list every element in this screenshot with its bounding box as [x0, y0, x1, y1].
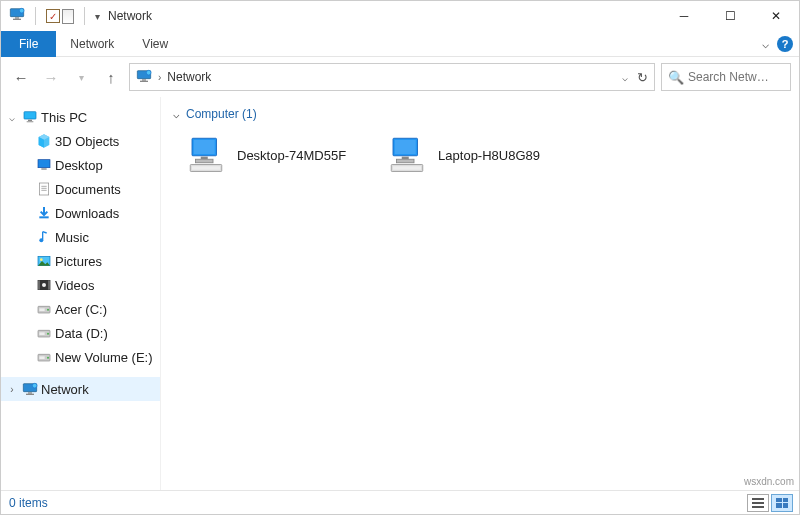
sidebar-item-desktop[interactable]: Desktop	[1, 153, 160, 177]
close-button[interactable]: ✕	[753, 1, 799, 31]
watermark: wsxdn.com	[744, 476, 794, 487]
address-bar[interactable]: › Network ⌵ ↻	[129, 63, 655, 91]
drive-icon	[35, 349, 53, 365]
minimize-button[interactable]: ─	[661, 1, 707, 31]
help-icon[interactable]: ?	[777, 36, 793, 52]
cube-icon	[35, 133, 53, 149]
address-dropdown-icon[interactable]: ⌵	[622, 72, 628, 83]
content-pane: ⌵ Computer (1) Desktop-74MD55F Laptop-H8…	[161, 97, 799, 490]
sidebar-item-new-volume-e-[interactable]: New Volume (E:)	[1, 345, 160, 369]
group-header-computer[interactable]: ⌵ Computer (1)	[173, 107, 787, 121]
download-icon	[35, 205, 53, 221]
sidebar-item-pictures[interactable]: Pictures	[1, 249, 160, 273]
sidebar-item-videos[interactable]: Videos	[1, 273, 160, 297]
qa-newfolder-icon[interactable]	[62, 9, 74, 24]
chevron-right-icon[interactable]: ›	[5, 384, 19, 395]
document-icon	[35, 181, 53, 197]
video-icon	[35, 277, 53, 293]
qa-properties-icon[interactable]: ✓	[46, 9, 60, 23]
computer-icon	[386, 133, 428, 178]
sidebar-item-3d-objects[interactable]: 3D Objects	[1, 129, 160, 153]
computer-icon	[185, 133, 227, 178]
computer-label: Laptop-H8U8G89	[438, 148, 540, 163]
qa-dropdown-icon[interactable]: ▾	[95, 11, 100, 22]
sidebar-item-documents[interactable]: Documents	[1, 177, 160, 201]
search-input[interactable]: 🔍	[661, 63, 791, 91]
tree-network[interactable]: › Network	[1, 377, 160, 401]
ribbon-collapse-icon[interactable]: ⌵	[762, 37, 769, 51]
nav-up-button[interactable]: ↑	[99, 65, 123, 89]
maximize-button[interactable]: ☐	[707, 1, 753, 31]
picture-icon	[35, 253, 53, 269]
ribbon-tab-view[interactable]: View	[128, 31, 182, 57]
sidebar-item-music[interactable]: Music	[1, 225, 160, 249]
view-details-button[interactable]	[747, 494, 769, 512]
file-tab[interactable]: File	[1, 31, 56, 57]
navigation-pane: ⌵ This PC 3D Objects Desktop Documents D…	[1, 97, 161, 490]
ribbon-tab-network[interactable]: Network	[56, 31, 128, 57]
computer-item[interactable]: Desktop-74MD55F	[185, 133, 346, 178]
nav-back-button[interactable]: ←	[9, 65, 33, 89]
this-pc-icon	[21, 109, 39, 125]
app-icon	[9, 6, 25, 26]
sidebar-item-data-d-[interactable]: Data (D:)	[1, 321, 160, 345]
desktop-icon	[35, 157, 53, 173]
search-icon: 🔍	[668, 70, 684, 85]
chevron-down-icon[interactable]: ⌵	[5, 112, 19, 123]
chevron-down-icon[interactable]: ⌵	[173, 108, 180, 121]
group-label: Computer (1)	[186, 107, 257, 121]
music-icon	[35, 229, 53, 245]
status-text: 0 items	[9, 496, 48, 510]
tree-this-pc[interactable]: ⌵ This PC	[1, 105, 160, 129]
drive-icon	[35, 301, 53, 317]
sidebar-item-downloads[interactable]: Downloads	[1, 201, 160, 225]
sidebar-item-acer-c-[interactable]: Acer (C:)	[1, 297, 160, 321]
chevron-right-icon[interactable]: ›	[158, 72, 161, 83]
nav-history-dropdown[interactable]: ▾	[69, 65, 93, 89]
network-icon	[21, 381, 39, 397]
computer-item[interactable]: Laptop-H8U8G89	[386, 133, 540, 178]
search-field[interactable]	[688, 70, 784, 84]
nav-forward-button[interactable]: →	[39, 65, 63, 89]
address-icon	[136, 68, 152, 87]
computer-label: Desktop-74MD55F	[237, 148, 346, 163]
view-large-icons-button[interactable]	[771, 494, 793, 512]
refresh-button[interactable]: ↻	[637, 70, 648, 85]
address-segment[interactable]: Network	[167, 70, 211, 84]
window-title: Network	[108, 9, 152, 23]
drive-icon	[35, 325, 53, 341]
